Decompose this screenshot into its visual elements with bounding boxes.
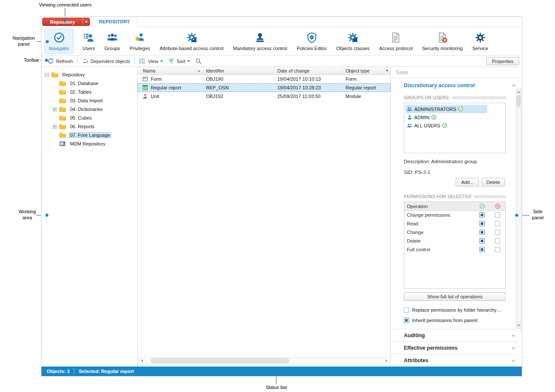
callout-dot [63,19,67,22]
section-attributes[interactable]: Attributes [391,354,522,367]
deny-checkbox[interactable] [495,221,500,226]
scroll-up-icon[interactable] [516,89,521,95]
scrollbar-thumb[interactable] [151,358,289,363]
ribbon-item-mandatory-access-control[interactable]: Mandatory access control [229,28,292,54]
tree-item-label: 03. Data Import [69,98,104,104]
ribbon-item-users[interactable]: Users [78,28,99,54]
tree-item-data-import[interactable]: 03. Data Import [41,96,137,105]
chevron-up-icon[interactable] [511,82,517,88]
list-item-admin[interactable]: ADMIN [406,113,505,121]
dependent-objects-button[interactable]: Dependent objects [79,57,133,65]
tree-item-cubes[interactable]: 05. Cubes [41,114,137,122]
section-auditing[interactable]: Auditing [391,329,522,341]
inherit-permissions-checkbox[interactable] [404,318,409,323]
permissions-label: PERMISSIONS FOR SELECTED [404,194,471,199]
ribbon-item-attribute-based-access-control[interactable]: Attribute-based access control [155,28,228,54]
allow-checkbox[interactable] [479,247,485,252]
list-item-label: ALL USERS [414,123,440,128]
deny-checkbox[interactable] [495,212,500,218]
scroll-down-icon[interactable] [516,322,521,328]
permission-row-change: Change [404,228,505,237]
folder-icon [59,132,66,138]
dropdown-caret-icon[interactable] [82,18,89,25]
cell-date: 19/04/2017 10:10:13 [275,76,343,82]
table-row-selected[interactable]: Regular report REP_OSN 19/04/2017 10:28:… [138,83,390,92]
scrollbar-thumb[interactable] [517,95,520,107]
column-header-date-of-change[interactable]: Date of change [275,67,343,74]
allow-checkbox[interactable] [479,238,485,243]
ribbon-item-security-monitoring[interactable]: Security monitoring [418,28,467,54]
save-button[interactable]: Save [391,67,522,78]
tree-item-tables[interactable]: 02. Tables [41,88,137,96]
scrollbar-track[interactable] [145,358,384,364]
deny-column-icon [495,203,501,209]
permissions-table: Operation Change permissions Read [404,202,506,289]
repository-menu-button[interactable]: Repository [42,18,90,26]
allow-checkbox[interactable] [479,221,485,226]
status-bar: Objects: 3 Selected: Regular report [41,367,522,376]
properties-button[interactable]: Properties [486,57,519,65]
permissions-table-header: Operation [404,202,505,211]
section-discretionary-access-control[interactable]: Discretionary access control [391,78,522,92]
vertical-scrollbar[interactable] [516,89,521,329]
tree-item-fore-language[interactable]: 07. Fore Language [41,131,137,139]
groups-users-list[interactable]: ADMINISTRATORS ADMIN ALL USERS [404,103,506,153]
allowed-check-icon [431,114,437,120]
add-button[interactable]: Add... [456,178,479,187]
replace-permissions-checkbox[interactable] [404,307,409,313]
chevron-down-icon [511,333,516,338]
annotation-viewing-connected-users: Viewing connected users [38,2,92,8]
dependent-objects-icon [82,58,89,64]
collapse-icon[interactable] [45,73,49,77]
ribbon-item-groups[interactable]: Groups [100,28,124,54]
ribbon-item-objects-classes[interactable]: Objects classes [332,28,374,54]
section-title: Attributes [404,357,428,364]
section-effective-permissions[interactable]: Effective permissions [391,341,522,354]
deny-checkbox[interactable] [495,247,500,252]
tree-item-mdm-repository[interactable]: MDM Repository [41,139,137,148]
toolbar: Refresh Dependent objects View Sort Pro [41,56,522,67]
ribbon-item-policies-editor[interactable]: Policies Editor [292,28,331,54]
list-item-administrators[interactable]: ADMINISTRATORS [406,105,487,113]
expand-icon[interactable] [53,107,57,111]
ribbon-item-access-protocol[interactable]: Access protocol [375,28,417,54]
allow-checkbox[interactable] [479,230,485,235]
ribbon-item-privileges[interactable]: Privileges [125,28,155,54]
column-chooser-button[interactable] [384,67,390,74]
annotation-status-bar: Status bar [264,385,289,391]
deny-checkbox[interactable] [495,238,500,243]
show-full-list-button[interactable]: Show full list of operations [404,292,506,301]
column-header-object-type[interactable]: Object type [343,67,384,74]
refresh-button[interactable]: Refresh [45,57,76,65]
description-value: Administrators group [431,159,477,164]
deny-checkbox[interactable] [495,230,500,235]
scroll-right-icon[interactable] [384,358,389,364]
delete-button[interactable]: Delete [482,178,505,187]
column-header-identifier[interactable]: Identifier [203,67,275,74]
folder-icon [59,80,66,86]
inherit-permissions-checkbox-row[interactable]: Inherit permissions from parent [404,318,506,323]
tree-item-dictionaries[interactable]: 04. Dictionaries [41,105,137,114]
allow-checkbox[interactable] [479,212,485,218]
tree-item-reports[interactable]: 06. Reports [41,122,137,131]
expand-icon[interactable] [53,125,57,129]
ribbon-item-service[interactable]: Service [468,28,492,54]
table-row[interactable]: Unit OBJ192 25/09/2017 11:03:50 Module [138,92,390,101]
search-button[interactable] [193,57,204,65]
replace-permissions-checkbox-row[interactable]: Replace permissions by folder hierarchy… [404,307,506,313]
ribbon-item-navigator[interactable]: Navigator [44,28,73,54]
sort-dropdown[interactable]: Sort [165,57,193,65]
tree-item-repository[interactable]: Repository [41,70,137,79]
navigator-icon [54,32,65,43]
list-item-all-users[interactable]: ALL USERS [406,121,505,130]
horizontal-scrollbar[interactable] [139,357,390,364]
tab-repository[interactable]: REPOSITORY [92,17,137,27]
scroll-left-icon[interactable] [139,358,145,364]
cell-name: Regular report [151,85,181,90]
column-header-name[interactable]: Name [138,67,203,74]
table-row[interactable]: Form OBJ190 19/04/2017 10:10:13 Form [138,75,390,83]
tree-item-database[interactable]: 01. Database [41,79,137,88]
sid-row: SID: PS-2-1 [404,170,506,175]
groups-users-label-row: GROUPS OR USERS: [404,95,506,100]
view-dropdown[interactable]: View [136,57,165,65]
